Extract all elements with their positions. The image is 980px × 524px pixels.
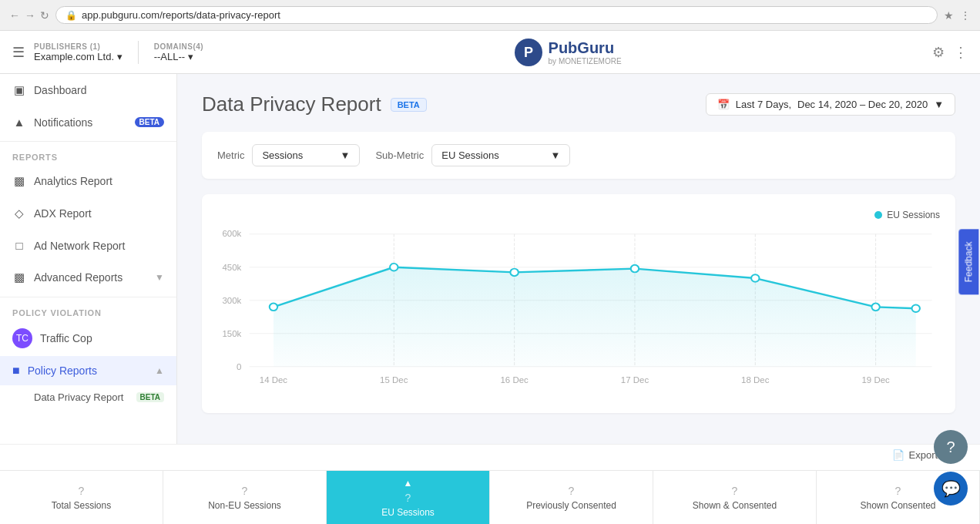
policyreports-label: Policy Reports — [28, 364, 147, 377]
non-eu-help[interactable]: ? — [242, 485, 248, 497]
notifications-badge: BETA — [135, 117, 164, 127]
svg-text:19 Dec: 19 Dec — [861, 375, 890, 384]
main-layout: ▣ Dashboard ▲ Notifications BETA REPORTS… — [0, 74, 980, 444]
menu-icon[interactable]: ⋮ — [960, 9, 971, 22]
hamburger-icon[interactable]: ☰ — [12, 44, 25, 61]
forward-icon[interactable]: → — [25, 9, 35, 22]
dashboard-label: Dashboard — [34, 84, 164, 96]
adnetwork-icon: □ — [12, 239, 26, 252]
shown-consented-label: Shown & Consented — [693, 500, 777, 511]
shown-consented-2-help[interactable]: ? — [895, 485, 901, 497]
previously-label: Previously Consented — [526, 500, 616, 511]
svg-point-18 — [270, 304, 277, 311]
svg-point-20 — [510, 269, 518, 277]
page-beta-badge: BETA — [391, 98, 427, 112]
adx-label: ADX Report — [34, 207, 164, 220]
header-left: ☰ PUBLISHERS (1) Example.com Ltd. ▾ DOMA… — [12, 41, 203, 64]
chart-legend: EU Sessions — [217, 210, 940, 220]
domain-label: DOMAINS(4) — [154, 42, 203, 51]
svg-text:150k: 150k — [222, 329, 241, 338]
sidebar-item-trafficcop[interactable]: TC Traffic Cop — [0, 321, 176, 356]
svg-text:18 Dec: 18 Dec — [741, 375, 770, 384]
publisher-selector[interactable]: PUBLISHERS (1) Example.com Ltd. ▾ — [34, 42, 123, 62]
advanced-chevron: ▼ — [155, 272, 164, 283]
submetric-group: Sub-Metric EU Sessions ▼ — [375, 144, 570, 166]
page-title: Data Privacy Report — [202, 92, 381, 116]
publisher-label: PUBLISHERS (1) — [34, 42, 123, 51]
shown-consented-2-label: Shown Consented — [860, 500, 935, 511]
svg-text:16 Dec: 16 Dec — [500, 375, 529, 384]
legend-label: EU Sessions — [887, 210, 940, 220]
settings-icon[interactable]: ⚙ — [932, 44, 945, 61]
content-area: Data Privacy Report BETA 📅 Last 7 Days, … — [177, 74, 980, 444]
shown-consented-help[interactable]: ? — [732, 485, 738, 497]
export-icon: 📄 — [892, 449, 904, 461]
legend-dot — [874, 211, 882, 219]
submetric-value: EU Sessions — [441, 149, 498, 161]
chart-container: EU Sessions 600k 450k 300k 150k 0 — [202, 194, 955, 413]
tab-previously-consented[interactable]: ? Previously Consented — [490, 471, 653, 524]
notifications-label: Notifications — [34, 116, 127, 129]
metric-chevron: ▼ — [341, 149, 351, 161]
sidebar-item-advanced[interactable]: ▩ Advanced Reports ▼ — [0, 261, 176, 294]
star-icon[interactable]: ★ — [944, 9, 954, 22]
tab-eu-sessions[interactable]: ▲ ? EU Sessions — [327, 471, 490, 524]
app-header: ☰ PUBLISHERS (1) Example.com Ltd. ▾ DOMA… — [0, 31, 980, 74]
calendar-icon: 📅 — [717, 99, 730, 110]
svg-point-23 — [871, 304, 879, 311]
chat-icon[interactable]: 💬 — [934, 472, 968, 506]
url-text: app.pubguru.com/reports/data-privacy-rep… — [82, 9, 280, 21]
metrics-row: Metric Sessions ▼ Sub-Metric EU Sessions… — [202, 132, 955, 179]
browser-actions: ★ ⋮ — [944, 9, 971, 22]
sidebar-item-policyreports[interactable]: ■ Policy Reports ▲ — [0, 356, 176, 385]
export-row: 📄 Export ▼ — [0, 445, 980, 470]
eu-sessions-label: EU Sessions — [381, 507, 435, 518]
feedback-button[interactable]: Feedback — [959, 230, 979, 295]
policyreports-icon: ■ — [12, 364, 20, 378]
more-icon[interactable]: ⋮ — [954, 44, 968, 61]
sidebar-separator-2 — [0, 297, 176, 297]
sidebar-item-dashboard[interactable]: ▣ Dashboard — [0, 74, 176, 106]
content-header: Data Privacy Report BETA 📅 Last 7 Days, … — [202, 92, 955, 116]
sidebar-separator-1 — [0, 141, 176, 142]
sidebar-item-adnetwork[interactable]: □ Ad Network Report — [0, 230, 176, 261]
logo-text-main: PubGuru — [549, 39, 622, 57]
svg-text:15 Dec: 15 Dec — [380, 375, 408, 384]
refresh-icon[interactable]: ↻ — [40, 9, 49, 22]
svg-text:450k: 450k — [222, 263, 241, 271]
reports-section-header: REPORTS — [0, 145, 176, 165]
metric-label: Metric — [217, 149, 244, 161]
sidebar-item-dataprivacy[interactable]: Data Privacy Report BETA — [0, 385, 176, 409]
submetric-select[interactable]: EU Sessions ▼ — [431, 144, 570, 166]
sidebar-item-notifications[interactable]: ▲ Notifications BETA — [0, 106, 176, 138]
metric-select[interactable]: Sessions ▼ — [252, 144, 360, 166]
date-range-value: Dec 14, 2020 – Dec 20, 2020 — [797, 99, 928, 110]
policy-section-header: POLICY VIOLATION — [0, 301, 176, 321]
tab-shown-consented[interactable]: ? Shown & Consented — [653, 471, 817, 524]
back-icon[interactable]: ← — [9, 9, 20, 22]
address-bar[interactable]: 🔒 app.pubguru.com/reports/data-privacy-r… — [55, 6, 938, 24]
sidebar-item-analytics[interactable]: ▩ Analytics Report — [0, 165, 176, 197]
page-title-group: Data Privacy Report BETA — [202, 92, 427, 116]
logo-icon: P — [515, 39, 542, 66]
chart-area: 600k 450k 300k 150k 0 — [217, 228, 940, 398]
bottom-tabs: ? Total Sessions ? Non-EU Sessions ▲ ? E… — [0, 470, 980, 524]
help-icon[interactable]: ? — [934, 430, 968, 464]
adx-icon: ◇ — [12, 207, 26, 220]
analytics-icon: ▩ — [12, 174, 26, 188]
tab-total-sessions[interactable]: ? Total Sessions — [0, 471, 163, 524]
date-range-button[interactable]: 📅 Last 7 Days, Dec 14, 2020 – Dec 20, 20… — [706, 93, 955, 116]
logo-text-sub: by MONETIZEMORE — [549, 57, 622, 66]
tab-non-eu-sessions[interactable]: ? Non-EU Sessions — [163, 471, 327, 524]
total-sessions-help[interactable]: ? — [79, 485, 85, 497]
legend-eu-sessions: EU Sessions — [874, 210, 940, 220]
eu-sessions-help[interactable]: ? — [405, 492, 411, 504]
svg-text:300k: 300k — [222, 296, 241, 304]
svg-point-24 — [912, 304, 920, 312]
domain-value: --ALL-- ▾ — [154, 51, 203, 62]
previously-help[interactable]: ? — [569, 485, 575, 497]
header-divider — [138, 41, 139, 64]
metric-value: Sessions — [262, 149, 303, 161]
domain-selector[interactable]: DOMAINS(4) --ALL-- ▾ — [154, 42, 203, 62]
sidebar-item-adx[interactable]: ◇ ADX Report — [0, 197, 176, 230]
